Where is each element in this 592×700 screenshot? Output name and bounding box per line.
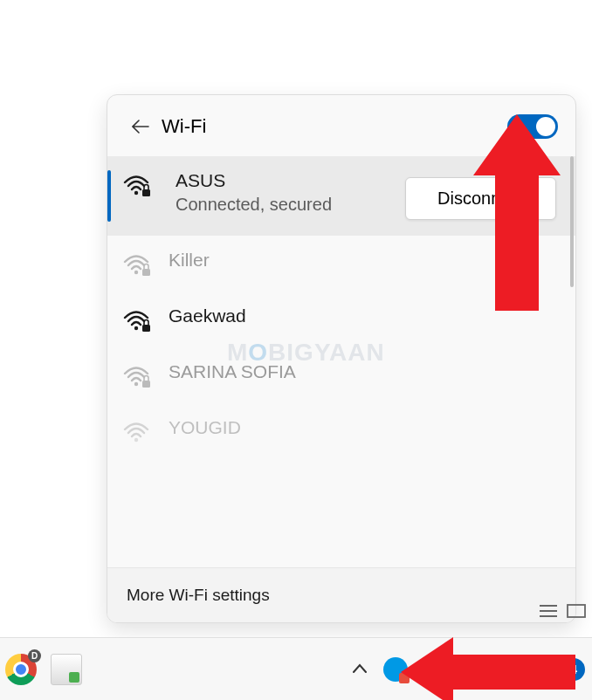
svg-point-10	[485, 673, 488, 676]
svg-point-4	[134, 326, 138, 330]
network-item[interactable]: Gaekwad	[107, 292, 575, 347]
window-icon[interactable]	[566, 602, 587, 620]
svg-rect-3	[142, 269, 150, 276]
window-edge-icons	[538, 602, 587, 620]
notification-count-badge[interactable]: 4	[562, 658, 585, 681]
wifi-secured-icon	[123, 309, 153, 333]
devices-app-icon[interactable]	[49, 652, 84, 687]
svg-rect-5	[142, 325, 150, 332]
svg-point-6	[134, 382, 138, 386]
wifi-secured-icon	[123, 365, 153, 389]
network-ssid: Gaekwad	[169, 305, 560, 326]
toggle-knob	[536, 117, 555, 136]
more-wifi-settings-link[interactable]: More Wi-Fi settings	[107, 567, 575, 622]
back-arrow-icon	[132, 120, 149, 134]
disconnect-button[interactable]: Disconnect	[405, 177, 556, 220]
list-icon[interactable]	[538, 602, 559, 620]
svg-rect-1	[142, 189, 150, 196]
network-ssid: SARINA SOFIA	[169, 361, 560, 382]
network-ssid: YOUGID	[169, 417, 560, 438]
battery-tray-icon	[528, 661, 542, 678]
svg-rect-12	[533, 662, 536, 663]
chrome-profile-badge: D	[28, 649, 41, 662]
svg-point-0	[134, 191, 138, 195]
language-indicator[interactable]: ENG IN	[415, 650, 458, 689]
wifi-quick-panel: Wi-Fi ASUS Connected, secured Disconnect…	[107, 94, 576, 623]
network-ssid: Killer	[169, 250, 560, 271]
lang-line2: IN	[422, 669, 451, 685]
system-tray: ENG IN 4	[343, 650, 592, 689]
lang-line1: ENG	[422, 654, 451, 669]
svg-rect-9	[568, 605, 585, 617]
panel-header: Wi-Fi	[107, 95, 575, 156]
chrome-app-icon[interactable]: D	[3, 652, 38, 687]
wifi-secured-icon	[123, 253, 153, 278]
wifi-tray-icon	[478, 662, 497, 677]
volume-tray-icon	[504, 662, 521, 677]
wifi-toggle[interactable]	[507, 114, 558, 139]
taskbar: D ENG IN 4	[0, 637, 592, 700]
wifi-secured-icon	[123, 421, 153, 445]
back-button[interactable]	[125, 111, 156, 142]
wifi-secured-icon	[123, 174, 153, 198]
scrollbar[interactable]	[570, 156, 574, 287]
quick-settings-button[interactable]	[468, 655, 552, 684]
svg-rect-7	[142, 381, 150, 388]
network-item-connected[interactable]: ASUS Connected, secured Disconnect	[107, 156, 575, 236]
taskbar-pinned-apps: D	[0, 652, 84, 687]
svg-point-8	[134, 438, 138, 442]
network-list[interactable]: ASUS Connected, secured Disconnect Kille…	[107, 156, 575, 558]
network-item[interactable]: Killer	[107, 236, 575, 292]
network-item[interactable]: YOUGID	[107, 403, 575, 459]
security-tray-icon[interactable]	[383, 657, 408, 682]
svg-rect-13	[532, 668, 537, 675]
tray-overflow-chevron-icon[interactable]	[343, 656, 376, 683]
panel-title: Wi-Fi	[162, 115, 206, 138]
network-item[interactable]: SARINA SOFIA	[107, 347, 575, 403]
svg-point-2	[134, 271, 138, 274]
